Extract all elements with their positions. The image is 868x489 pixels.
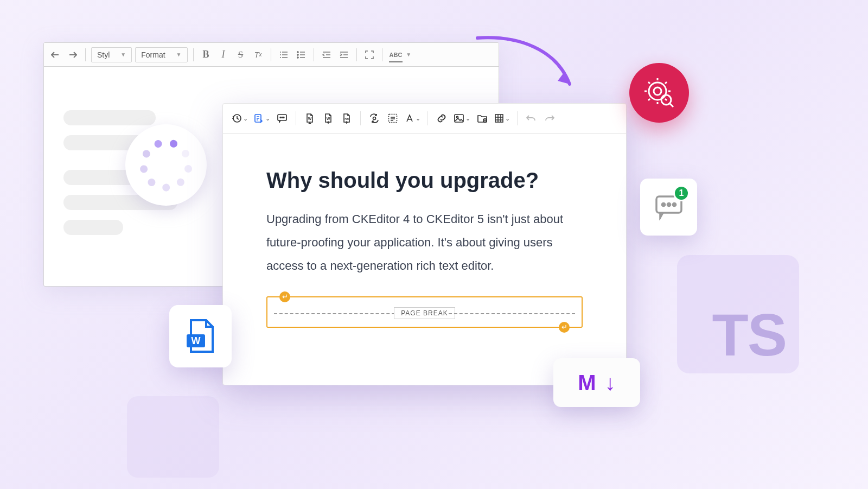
svg-point-24 <box>673 203 675 206</box>
markdown-arrow-icon: ↓ <box>605 371 616 395</box>
spellcheck-button[interactable]: ABC <box>388 48 404 62</box>
styles-dropdown[interactable]: Styl▼ <box>91 47 132 62</box>
table-button[interactable]: ⌄ <box>493 109 512 128</box>
svg-rect-17 <box>495 115 503 122</box>
export-word-button[interactable]: W <box>320 109 336 128</box>
svg-point-1 <box>297 54 298 55</box>
new-editor-toolbar: ⌄ ⌄ W W PDF ⌄ ⌄ ⌄ <box>223 104 626 134</box>
loading-spinner-icon <box>144 143 188 187</box>
undo-button[interactable] <box>48 48 62 62</box>
find-replace-button[interactable] <box>366 109 382 128</box>
placeholder-line <box>63 220 123 235</box>
loading-spinner-card <box>125 124 207 206</box>
undo-button[interactable] <box>523 109 539 128</box>
link-button[interactable] <box>433 109 450 128</box>
styles-label: Styl <box>97 50 110 59</box>
svg-point-8 <box>283 117 284 118</box>
revision-history-button[interactable]: ⌄ <box>229 109 250 128</box>
comments-feature-card: 1 <box>640 179 697 236</box>
content-heading: Why should you upgrade? <box>266 168 583 193</box>
svg-text:W: W <box>191 335 200 346</box>
settings-feature-icon <box>629 63 689 123</box>
word-import-feature-card: W <box>169 305 232 367</box>
svg-point-23 <box>667 203 670 206</box>
svg-point-6 <box>280 117 281 118</box>
image-button[interactable]: ⌄ <box>452 109 472 128</box>
svg-point-12 <box>373 117 376 120</box>
comment-button[interactable] <box>274 109 290 128</box>
indent-button[interactable] <box>337 48 351 62</box>
svg-point-19 <box>654 87 661 95</box>
word-file-icon: W <box>184 318 217 355</box>
bold-button[interactable]: B <box>199 48 213 62</box>
redo-button[interactable] <box>66 48 80 62</box>
markdown-feature-card: M ↓ <box>553 358 640 407</box>
svg-point-22 <box>662 203 665 206</box>
placeholder-line <box>63 110 156 125</box>
svg-text:PDF: PDF <box>344 117 350 120</box>
numbered-list-button[interactable] <box>277 48 291 62</box>
svg-point-18 <box>649 82 666 100</box>
export-pdf-button[interactable]: PDF <box>339 109 355 128</box>
strike-button[interactable]: S <box>234 48 248 62</box>
format-dropdown[interactable]: Format▼ <box>135 47 187 62</box>
comment-count-badge: 1 <box>673 185 690 201</box>
clear-format-button[interactable]: Tx <box>251 48 265 62</box>
svg-point-0 <box>297 51 298 53</box>
format-label: Format <box>141 50 165 59</box>
import-word-button[interactable]: W <box>302 109 318 128</box>
content-paragraph: Upgrading from CKEditor 4 to CKEditor 5 … <box>266 208 583 278</box>
file-browser-button[interactable] <box>474 109 490 128</box>
fullscreen-button[interactable] <box>362 48 376 62</box>
migration-arrow-icon <box>475 33 583 98</box>
svg-text:W: W <box>327 117 330 120</box>
italic-button[interactable]: I <box>216 48 231 62</box>
outdent-button[interactable] <box>320 48 334 62</box>
svg-point-2 <box>297 56 298 58</box>
select-all-button[interactable] <box>385 109 401 128</box>
typescript-label: TS <box>712 300 786 369</box>
track-changes-button[interactable]: ⌄ <box>252 109 272 128</box>
markdown-m-icon: M <box>578 371 596 395</box>
page-break-widget[interactable]: ↵ PAGE BREAK ↵ <box>266 296 583 328</box>
svg-point-7 <box>282 117 283 118</box>
old-editor-toolbar: Styl▼ Format▼ B I S Tx ABC ▼ <box>44 43 499 67</box>
new-editor-window: ⌄ ⌄ W W PDF ⌄ ⌄ ⌄ Why should you upgrade… <box>222 103 627 385</box>
svg-text:W: W <box>308 117 312 120</box>
svg-rect-13 <box>389 115 397 123</box>
bullet-list-button[interactable] <box>294 48 308 62</box>
redo-button[interactable] <box>541 109 558 128</box>
decorative-ghost-card <box>127 396 219 478</box>
svg-rect-14 <box>455 115 463 122</box>
font-family-button[interactable]: ⌄ <box>403 109 422 128</box>
typescript-card: TS <box>677 255 799 373</box>
widget-handle-icon[interactable]: ↵ <box>559 322 570 333</box>
page-break-label: PAGE BREAK <box>394 307 455 319</box>
editor-content[interactable]: Why should you upgrade? Upgrading from C… <box>223 134 626 328</box>
widget-handle-icon[interactable]: ↵ <box>279 291 290 302</box>
